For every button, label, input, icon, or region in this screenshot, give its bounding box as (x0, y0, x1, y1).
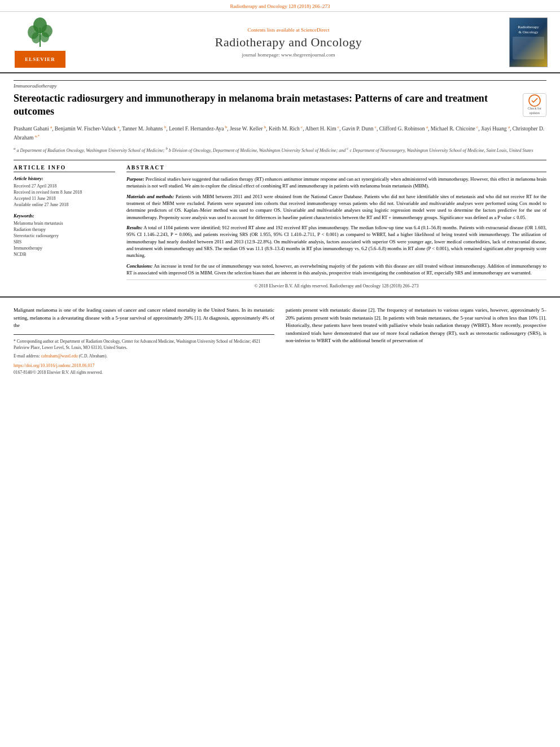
abstract-conclusions-label: Conclusions: (126, 263, 152, 269)
history-accepted: Accepted 11 June 2018 (14, 196, 115, 201)
footnote-area: * Corresponding author at: Department of… (14, 334, 274, 376)
elsevier-tree-icon (18, 16, 63, 47)
keywords-heading: Keywords: (14, 213, 115, 219)
abstract-conclusions: Conclusions: An increase in trend for th… (126, 263, 546, 277)
history-received: Received 27 April 2018 (14, 184, 115, 189)
doi-link[interactable]: https://doi.org/10.1016/j.radonc.2018.06… (14, 363, 94, 368)
affiliation-c: c c Department of Neurosurgery, Washingt… (347, 148, 533, 153)
email-link[interactable]: cabraham@wustl.edu (41, 353, 78, 359)
article-info-abstract-section: ARTICLE INFO Article history: Received 2… (14, 165, 546, 292)
journal-header: ELSEVIER Contents lists available at Sci… (0, 12, 560, 73)
check-updates-badge: Check for updates (523, 93, 546, 117)
science-direct-link[interactable]: Contents lists available at ScienceDirec… (248, 27, 330, 33)
affiliation-a: a a Department of Radiation Oncology, Wa… (14, 148, 164, 153)
journal-homepage-url: journal homepage: www.thegreenjournal.co… (242, 52, 335, 58)
corresponding-author-note: * Corresponding author at: Department of… (14, 338, 274, 351)
publisher-logo-area: ELSEVIER (9, 16, 71, 68)
email-note: E-mail address: cabraham@wustl.edu (C.D.… (14, 353, 274, 359)
abstract-heading: ABSTRACT (126, 165, 546, 172)
history-available-online: Available online 27 June 2018 (14, 202, 115, 207)
abstract-results: Results: A total of 1104 patients were i… (126, 224, 546, 259)
elsevier-wordmark: ELSEVIER (15, 51, 65, 68)
journal-cover-thumbnail: Radiotherapy& Oncology (509, 18, 548, 67)
article-body: Immunoradiotherapy Check for updates Ste… (0, 73, 560, 292)
keyword-3: Stereotactic radiosurgery (14, 233, 115, 238)
journal-title-area: Contents lists available at ScienceDirec… (78, 16, 499, 68)
issn-line: 0167-8140/© 2018 Elsevier B.V. All right… (14, 369, 274, 375)
main-article-content: Malignant melanoma is one of the leading… (0, 296, 560, 385)
affiliation-b: b b Division of Oncology, Department of … (165, 148, 345, 153)
authors-line: Prashant Gabani a, Benjamin W. Fischer-V… (14, 124, 546, 143)
keyword-4: SRS (14, 239, 115, 244)
journal-cover-thumbnail-area: Radiotherapy& Oncology (506, 16, 551, 68)
authors-text: Prashant Gabani a, Benjamin W. Fischer-V… (14, 126, 544, 141)
section-divider (14, 160, 546, 160)
abstract-methods: Materials and methods: Patients with MBM… (126, 193, 546, 221)
abstract-column: ABSTRACT Purpose: Preclinical studies ha… (126, 165, 546, 292)
check-updates-icon (528, 94, 541, 107)
journal-cover-text: Radiotherapy& Oncology (513, 25, 544, 59)
keyword-5: Immunotherapy (14, 246, 115, 251)
history-revised: Received in revised form 8 June 2018 (14, 190, 115, 195)
abstract-results-text: A total of 1104 patients were identified… (126, 225, 546, 258)
main-right-column: patients present with metastatic disease… (286, 307, 546, 376)
doi-link-line: https://doi.org/10.1016/j.radonc.2018.06… (14, 362, 274, 369)
journal-reference-bar: Radiotherapy and Oncology 128 (2018) 266… (0, 0, 560, 12)
abstract-purpose: Purpose: Preclinical studies have sugges… (126, 176, 546, 190)
keyword-6: NCDB (14, 252, 115, 257)
abstract-methods-text: Patients with MBM between 2011 and 2013 … (126, 194, 546, 220)
keyword-1: Melanoma brain metastasis (14, 221, 115, 226)
keyword-2: Radiation therapy (14, 227, 115, 232)
article-info-column: ARTICLE INFO Article history: Received 2… (14, 165, 115, 292)
article-history-heading: Article history: (14, 176, 115, 181)
svg-point-4 (32, 32, 41, 43)
abstract-results-label: Results: (126, 225, 142, 230)
article-section-label: Immunoradiotherapy (14, 80, 546, 89)
affiliations: a a Department of Radiation Oncology, Wa… (14, 146, 546, 154)
article-info-title: ARTICLE INFO (14, 165, 115, 172)
copyright-line: © 2018 Elsevier B.V. All rights reserved… (126, 279, 546, 292)
svg-point-5 (40, 32, 49, 42)
main-left-column: Malignant melanoma is one of the leading… (14, 307, 274, 376)
main-paragraph-1-right: patients present with metastatic disease… (286, 307, 546, 345)
main-two-column-layout: Malignant melanoma is one of the leading… (14, 307, 546, 376)
journal-ref-text: Radiotherapy and Oncology 128 (2018) 266… (230, 3, 330, 9)
abstract-conclusions-text: An increase in trend for the use of immu… (126, 263, 546, 276)
abstract-purpose-text: Preclinical studies have suggested that … (126, 176, 546, 189)
abstract-methods-label: Materials and methods: (126, 194, 174, 199)
main-paragraph-1-left: Malignant melanoma is one of the leading… (14, 307, 274, 330)
abstract-purpose-label: Purpose: (126, 176, 145, 182)
article-title-area: Check for updates Stereotactic radiosurg… (14, 92, 546, 119)
article-title: Stereotactic radiosurgery and immunother… (14, 92, 546, 119)
journal-title-main: Radiotherapy and Oncology (215, 35, 362, 50)
